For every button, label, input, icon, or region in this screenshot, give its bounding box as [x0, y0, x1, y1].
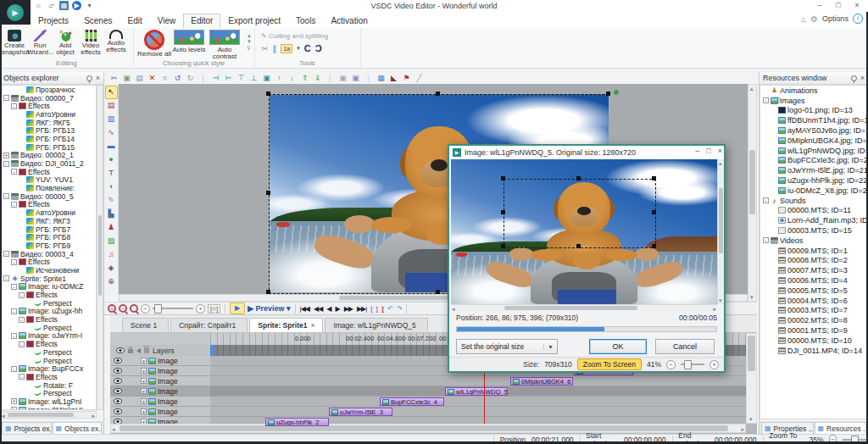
track-visibility-icon[interactable]: [114, 408, 122, 414]
tree-row[interactable]: Исчезновени: [1, 266, 96, 275]
delete-layer-icon[interactable]: [144, 347, 149, 353]
resource-row[interactable]: 00002.MTS; ID=8: [760, 315, 867, 325]
size-preset-select[interactable]: Set the original size ▼: [456, 339, 558, 354]
move-down-icon[interactable]: ↓: [286, 72, 298, 84]
crop-handle[interactable]: [501, 210, 505, 214]
run-wizard-button[interactable]: Run Wizard...: [27, 30, 53, 56]
dialog-titlebar[interactable]: ▶ Image: wlL1gPnNWDQ_5. Original size: 1…: [449, 146, 724, 159]
track-visibility-icon[interactable]: [114, 398, 122, 404]
tree-row[interactable]: - Image: BupFCCx: [1, 364, 96, 373]
grid-icon[interactable]: ▦: [375, 72, 387, 84]
ungroup-icon[interactable]: ▣: [349, 72, 362, 84]
tree-row[interactable]: - Effects: [1, 168, 96, 176]
resource-row[interactable]: - Images: [760, 96, 867, 106]
dialog-close-button[interactable]: ×: [718, 147, 722, 155]
tree-row[interactable]: Perspect: [1, 389, 96, 397]
tree-row[interactable]: РГБ: РГБ14: [1, 135, 96, 143]
save-icon[interactable]: ▦: [59, 1, 69, 10]
chart-tool[interactable]: ▙: [105, 208, 118, 221]
expander-icon[interactable]: -: [11, 169, 17, 175]
pencil-tool[interactable]: ✎: [105, 194, 118, 208]
tab-sprite-ru[interactable]: Спрайт: Спрайт1: [170, 318, 248, 332]
cut-icon[interactable]: ✂: [108, 72, 120, 84]
expander-icon[interactable]: -: [19, 374, 25, 380]
dialog-zoom-slider[interactable]: [681, 364, 704, 365]
tree-row[interactable]: - Effects: [1, 258, 96, 266]
track-dropdown-icon[interactable]: ▾: [141, 378, 147, 384]
crop-handle[interactable]: [652, 176, 656, 180]
expander-icon[interactable]: -: [763, 197, 769, 203]
selection-handle[interactable]: [266, 92, 270, 96]
menu-item[interactable]: Projects: [31, 14, 76, 27]
video-effects-button[interactable]: Video effects: [78, 30, 103, 56]
snap-icon[interactable]: ◣: [387, 72, 400, 84]
menu-item[interactable]: Tools: [288, 14, 323, 27]
scene-objects-tool[interactable]: ▤: [105, 99, 118, 113]
resource-row[interactable]: 00009.MTS; ID=1: [760, 246, 867, 256]
resource-row[interactable]: Animations: [760, 86, 867, 96]
auto-levels-button[interactable]: Auto levels: [172, 30, 206, 60]
mark-out-button[interactable]: ]: [376, 305, 377, 313]
lock-icon[interactable]: [128, 349, 133, 353]
tab-sprite-1[interactable]: Sprite: Sprite1×: [249, 318, 323, 332]
separator[interactable]: |: [362, 72, 375, 84]
expander-icon[interactable]: -: [11, 333, 17, 339]
tree-row[interactable]: РГБ: РГБ8: [1, 233, 96, 241]
rotate-cw-icon[interactable]: Ɔ: [315, 43, 322, 53]
tab-projects-explorer[interactable]: ▦Projects ex...: [2, 422, 52, 434]
separator[interactable]: |: [197, 72, 209, 84]
dialog-horizontal-scrollbar[interactable]: ◂▸: [451, 304, 717, 311]
auto-contrast-button[interactable]: Auto contrast: [208, 30, 242, 60]
tree-row[interactable]: - Effects: [1, 201, 96, 209]
audio-tool[interactable]: ♫: [105, 248, 118, 262]
maximize-button[interactable]: □: [829, 0, 848, 11]
center-object-icon[interactable]: ▣: [260, 72, 273, 84]
image-tool[interactable]: ▧: [105, 235, 118, 248]
tree-row[interactable]: ЯКГ: ЯКГ5: [1, 119, 96, 127]
timeline-clip[interactable]: BupFCCxIe3c_4: [380, 397, 444, 406]
tree-row[interactable]: - Image: oJwYrm-I: [1, 332, 96, 341]
nav-forward-button[interactable]: ↷: [397, 305, 402, 313]
timeline-clip[interactable]: 0MIpknUBGK4_6: [510, 377, 573, 386]
tree-row[interactable]: + Image: 0MIpknUI: [1, 406, 96, 410]
scissors-icon[interactable]: ✂: [261, 44, 268, 53]
tree-row[interactable]: - Image: uZugx-hh: [1, 308, 96, 316]
quick-access-dropdown-icon[interactable]: ▾: [85, 1, 94, 10]
tree-row[interactable]: Perspect: [1, 324, 96, 332]
tab-scene-1[interactable]: Scene 1: [122, 318, 169, 332]
selection-handle[interactable]: [266, 191, 270, 195]
expander-icon[interactable]: -: [763, 237, 769, 243]
align-top-icon[interactable]: ⊤: [235, 72, 248, 84]
bring-to-front-icon[interactable]: ⇑: [298, 72, 311, 84]
tooltip-tool[interactable]: ◗: [105, 180, 118, 194]
resource-row[interactable]: BupFCCxIe3c.jpg; ID=20: [760, 156, 867, 166]
tree-row[interactable]: Появление:: [1, 184, 96, 192]
ok-button[interactable]: OK: [589, 339, 647, 354]
dialog-progress-bar[interactable]: [456, 326, 717, 332]
add-object-button[interactable]: Add object: [53, 30, 78, 56]
expander-icon[interactable]: -: [11, 284, 17, 290]
track-visibility-icon[interactable]: [114, 368, 122, 374]
timeline-track-row[interactable]: ▾ Image: [110, 407, 746, 417]
next-frame-button[interactable]: ▶: [335, 305, 339, 313]
menu-item[interactable]: Edit: [120, 14, 149, 27]
tree-row[interactable]: - Effects: [1, 373, 96, 381]
preview-icon[interactable]: ▶: [72, 1, 81, 10]
tree-row[interactable]: - Effects: [1, 315, 96, 324]
expander-icon[interactable]: -: [11, 308, 17, 314]
tree-row[interactable]: РГБ: РГБ15: [1, 143, 96, 152]
go-to-end-button[interactable]: ▶▶|: [357, 305, 366, 313]
canvas-zoom-slider[interactable]: [153, 308, 193, 309]
align-bottom-icon[interactable]: ⊥: [248, 72, 260, 84]
dialog-zoom-in-button[interactable]: +: [709, 360, 719, 369]
track-visibility-icon[interactable]: [114, 358, 122, 364]
slash-icon[interactable]: ╱: [413, 72, 426, 84]
resource-row[interactable]: 00006.MTS; ID=4: [760, 275, 867, 286]
rotate-handle[interactable]: [614, 90, 619, 95]
align-left-icon[interactable]: ⊣: [209, 72, 222, 84]
expander-icon[interactable]: -: [3, 251, 9, 257]
expander-icon[interactable]: +: [11, 407, 17, 410]
tree-row[interactable]: - Видео: 00000_5: [1, 192, 96, 201]
resource-row[interactable]: 00008.MTS; ID=2: [760, 256, 867, 266]
remove-all-button[interactable]: Remove all: [137, 30, 171, 58]
